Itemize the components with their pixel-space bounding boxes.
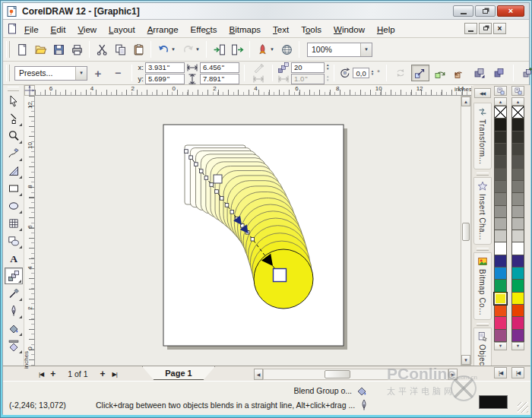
color-swatch[interactable] xyxy=(494,193,507,205)
scroll-up-button[interactable]: ▲ xyxy=(461,97,470,106)
color-swatch[interactable] xyxy=(511,330,524,342)
blend-step-node[interactable] xyxy=(251,237,255,241)
drawing-canvas[interactable] xyxy=(35,96,461,366)
color-swatch[interactable] xyxy=(511,280,524,292)
no-color-swatch[interactable] xyxy=(494,106,507,119)
color-swatch[interactable] xyxy=(511,156,524,168)
toolbar-drag-handle[interactable] xyxy=(6,65,10,81)
page-tab[interactable]: Page 1 xyxy=(142,366,215,380)
no-color-swatch[interactable] xyxy=(511,106,524,119)
minimize-button[interactable] xyxy=(453,5,473,17)
export-button[interactable] xyxy=(228,41,246,58)
corel-online-button[interactable] xyxy=(277,41,296,58)
close-button[interactable]: × xyxy=(497,5,524,17)
open-button[interactable] xyxy=(31,41,49,58)
color-swatch[interactable] xyxy=(494,156,507,168)
loop-blend-button[interactable] xyxy=(391,65,410,81)
menu-window[interactable]: Window xyxy=(328,23,371,36)
clockwise-blend-button[interactable] xyxy=(431,65,449,81)
blend-start-handle[interactable] xyxy=(214,175,222,183)
object-width-field[interactable]: 6.456" xyxy=(200,62,239,73)
paste-button[interactable] xyxy=(129,41,147,58)
scroll-right-button[interactable]: ▶ xyxy=(448,369,458,380)
smart-drawing-tool[interactable] xyxy=(5,163,23,179)
menu-arrange[interactable]: Arrange xyxy=(141,23,185,36)
docker-tab-bitmap-co[interactable]: Bitmap Co... xyxy=(473,252,492,320)
graph-paper-tool[interactable] xyxy=(5,215,23,232)
palette-scroll-up-button[interactable]: ▲ xyxy=(494,97,507,106)
horizontal-scroll-track[interactable] xyxy=(263,369,448,380)
color-swatch[interactable] xyxy=(511,144,524,156)
freehand-tool[interactable] xyxy=(5,145,23,162)
counterclockwise-blend-button[interactable] xyxy=(451,65,469,81)
y-position-field[interactable]: 5.699" xyxy=(145,74,185,84)
vertical-ruler[interactable]: 121086420 xyxy=(24,96,35,366)
color-swatch[interactable] xyxy=(511,317,524,329)
color-swatch[interactable] xyxy=(494,268,507,280)
color-swatch[interactable] xyxy=(511,193,524,205)
new-document-button[interactable] xyxy=(13,41,31,58)
ruler-origin[interactable] xyxy=(24,85,35,96)
add-preset-button[interactable]: + xyxy=(89,65,107,81)
blend-spacing-field[interactable]: 1.0" xyxy=(291,74,325,84)
color-swatch[interactable] xyxy=(511,169,524,181)
docker-tab-insert-cha[interactable]: Insert Cha... xyxy=(473,177,492,245)
resize-grip[interactable] xyxy=(518,402,528,413)
restore-button[interactable] xyxy=(475,5,496,17)
color-swatch[interactable] xyxy=(494,206,507,218)
color-swatch[interactable] xyxy=(511,230,524,242)
shape-tool[interactable] xyxy=(5,110,23,127)
blend-step-node[interactable] xyxy=(225,204,229,207)
blend-step-node[interactable] xyxy=(195,163,198,166)
color-swatch[interactable] xyxy=(511,131,524,144)
menu-edit[interactable]: Edit xyxy=(45,23,72,36)
menu-file[interactable]: File xyxy=(18,23,45,36)
add-page-after-button[interactable]: + xyxy=(98,367,108,381)
application-launcher-button[interactable]: ▼ xyxy=(253,41,277,58)
last-page-button[interactable]: ▶| xyxy=(110,369,119,379)
palette-scroll-down-button[interactable]: ▼ xyxy=(494,342,507,350)
vertical-scrollbar[interactable]: ▲ ▼ xyxy=(461,96,471,366)
menu-view[interactable]: View xyxy=(71,23,103,36)
blend-step-node[interactable] xyxy=(215,190,219,194)
blend-artwork[interactable] xyxy=(35,96,461,366)
eyedropper-tool[interactable] xyxy=(5,285,23,302)
color-swatch[interactable] xyxy=(494,218,507,230)
title-bar[interactable]: CorelDRAW 12 - [Graphic1] × xyxy=(3,3,529,20)
color-swatch[interactable] xyxy=(494,169,507,181)
palette-menu-button[interactable] xyxy=(494,86,507,96)
object-height-field[interactable]: 7.891" xyxy=(200,74,239,84)
interactive-blend-tool[interactable] xyxy=(5,268,23,284)
blend-step-node[interactable] xyxy=(204,176,208,180)
color-acceleration-button[interactable] xyxy=(490,65,508,81)
blend-step-node[interactable] xyxy=(220,197,223,201)
color-swatch[interactable] xyxy=(494,330,507,342)
horizontal-ruler[interactable]: 64202468101214 inches xyxy=(35,85,473,96)
color-swatch[interactable] xyxy=(511,218,524,230)
vertical-scroll-thumb[interactable] xyxy=(462,223,470,241)
horizontal-scrollbar[interactable]: ◀ ▶ xyxy=(254,368,458,380)
chevron-down-icon[interactable]: ▼ xyxy=(270,47,274,52)
x-position-field[interactable]: 3.931" xyxy=(145,62,185,73)
spinner[interactable]: ▲▼ xyxy=(326,64,329,71)
color-swatch[interactable] xyxy=(494,144,507,156)
color-swatch[interactable] xyxy=(494,181,507,193)
rectangle-tool[interactable] xyxy=(5,180,23,197)
blend-steps-field[interactable]: 20 xyxy=(291,62,325,73)
chevron-down-icon[interactable]: ▼ xyxy=(195,47,200,52)
color-swatch[interactable] xyxy=(494,293,507,305)
chevron-down-icon[interactable]: ▼ xyxy=(75,67,87,80)
blend-step-node[interactable] xyxy=(199,169,203,173)
menu-effects[interactable]: Effects xyxy=(185,23,223,36)
color-swatch[interactable] xyxy=(511,305,524,317)
color-swatch[interactable] xyxy=(494,242,507,255)
color-swatch[interactable] xyxy=(511,255,524,268)
palette-expand-button[interactable]: |◀ xyxy=(494,367,507,378)
scroll-left-button[interactable]: ◀ xyxy=(254,369,263,380)
toolbar-drag-handle[interactable] xyxy=(8,87,19,91)
outline-tool[interactable] xyxy=(5,302,23,319)
blend-direction-field[interactable]: 0,0 xyxy=(353,68,369,78)
menu-help[interactable]: Help xyxy=(371,23,401,36)
palette-expand-button[interactable]: |◀ xyxy=(511,367,524,378)
toolbar-drag-handle[interactable] xyxy=(6,41,10,58)
